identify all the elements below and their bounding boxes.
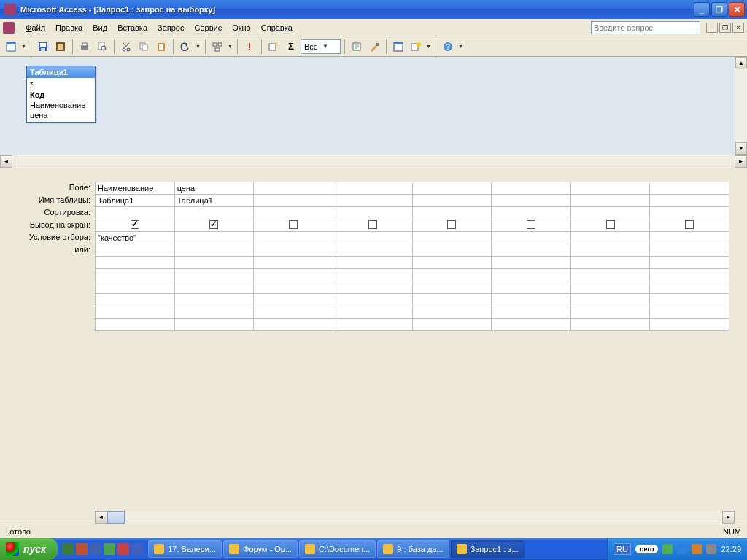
view-dropdown[interactable]: ▼	[20, 44, 27, 49]
grid-cell[interactable]	[254, 207, 333, 219]
undo-button[interactable]	[177, 39, 193, 55]
grid-cell[interactable]	[174, 281, 254, 294]
grid-cell-field[interactable]	[254, 182, 333, 195]
grid-cell-table[interactable]: Таблица1	[174, 195, 254, 207]
ql-icon[interactable]	[131, 543, 143, 555]
menu-file[interactable]: ФФайлайл	[20, 21, 50, 34]
grid-cell[interactable]	[412, 294, 492, 306]
grid-cell[interactable]	[96, 306, 175, 319]
grid-cell-criteria[interactable]	[254, 232, 333, 244]
query-type-button[interactable]	[209, 39, 225, 55]
query-type-dropdown[interactable]: ▼	[227, 44, 233, 49]
grid-cell[interactable]	[650, 306, 729, 319]
grid-cell[interactable]	[570, 281, 650, 294]
save-button[interactable]	[35, 39, 51, 55]
grid-cell[interactable]	[254, 306, 333, 319]
print-preview-button[interactable]	[94, 39, 110, 55]
grid-cell[interactable]	[96, 244, 175, 257]
grid-cell[interactable]	[254, 294, 333, 306]
undo-dropdown[interactable]: ▼	[195, 44, 201, 49]
grid-cell[interactable]	[96, 269, 175, 281]
field-item[interactable]: Наименование	[30, 100, 92, 110]
start-button[interactable]: пуск	[0, 538, 58, 560]
grid-cell[interactable]	[492, 281, 571, 294]
grid-cell[interactable]	[650, 207, 729, 219]
copy-button[interactable]	[136, 39, 152, 55]
scroll-left-icon[interactable]: ◄	[0, 155, 12, 168]
table-field-list[interactable]: * Код Наименование цена	[27, 78, 95, 122]
show-table-button[interactable]: +	[266, 39, 282, 55]
grid-cell-field[interactable]	[570, 182, 650, 195]
grid-cell[interactable]	[650, 257, 729, 269]
grid-cell[interactable]	[650, 269, 729, 281]
minimize-button[interactable]: _	[694, 2, 710, 17]
grid-cell[interactable]	[174, 319, 254, 331]
grid-cell[interactable]	[492, 244, 571, 257]
menu-help[interactable]: Справка	[256, 21, 298, 34]
field-item[interactable]: Код	[30, 90, 92, 100]
grid-cell-show[interactable]	[570, 219, 650, 232]
table-source-box[interactable]: Таблица1 * Код Наименование цена	[26, 66, 96, 122]
grid-cell[interactable]	[650, 244, 729, 257]
grid-cell[interactable]	[333, 319, 412, 331]
tray-icon[interactable]	[692, 544, 702, 554]
grid-cell[interactable]	[492, 269, 571, 281]
maximize-button[interactable]: ❐	[711, 2, 727, 17]
grid-cell[interactable]	[254, 257, 333, 269]
grid-cell[interactable]	[174, 257, 254, 269]
tray-icon[interactable]	[662, 544, 673, 554]
scroll-track[interactable]	[12, 155, 735, 168]
properties-button[interactable]	[349, 39, 365, 55]
scroll-track[interactable]	[735, 69, 747, 142]
diagram-vscroll[interactable]: ▲ ▼	[735, 57, 747, 155]
grid-cell[interactable]	[96, 281, 175, 294]
print-button[interactable]	[77, 39, 93, 55]
tray-icon[interactable]	[677, 544, 687, 554]
grid-cell-criteria[interactable]: "качество"	[96, 232, 175, 244]
grid-cell[interactable]	[333, 306, 412, 319]
menu-insert[interactable]: Вставка	[112, 21, 152, 34]
grid-cell[interactable]	[333, 269, 412, 281]
grid-cell[interactable]	[174, 207, 254, 219]
field-star[interactable]: *	[30, 79, 92, 90]
grid-cell-field[interactable]	[492, 182, 571, 195]
scroll-track[interactable]	[107, 511, 722, 524]
grid-cell-field[interactable]	[650, 182, 729, 195]
totals-button[interactable]: Σ	[283, 39, 299, 55]
ql-icon[interactable]	[62, 543, 74, 555]
table-source-title[interactable]: Таблица1	[27, 66, 95, 78]
menu-tools[interactable]: Сервис	[190, 21, 228, 34]
taskbar-item[interactable]: 17. Валери...	[148, 540, 222, 558]
grid-cell-criteria[interactable]	[412, 232, 492, 244]
grid-cell[interactable]	[333, 281, 412, 294]
grid-cell[interactable]	[333, 207, 412, 219]
help-search-input[interactable]	[591, 21, 700, 34]
field-item[interactable]: цена	[30, 110, 92, 120]
mdi-restore[interactable]: ❐	[719, 23, 731, 33]
clock[interactable]: 22:29	[721, 545, 741, 553]
database-window-button[interactable]	[390, 39, 406, 55]
grid-cell[interactable]	[570, 319, 650, 331]
scroll-up-icon[interactable]: ▲	[735, 57, 747, 69]
view-button[interactable]	[3, 39, 19, 55]
paste-button[interactable]	[153, 39, 169, 55]
grid-cell[interactable]	[492, 207, 571, 219]
grid-cell-field[interactable]: цена	[174, 182, 254, 195]
build-button[interactable]	[366, 39, 382, 55]
grid-cell-field[interactable]	[412, 182, 492, 195]
tray-icon[interactable]	[706, 544, 716, 554]
menu-query[interactable]: Запрос	[152, 21, 189, 34]
grid-cell[interactable]	[254, 269, 333, 281]
grid-cell[interactable]	[412, 319, 492, 331]
grid-cell[interactable]	[333, 257, 412, 269]
mdi-minimize[interactable]: _	[706, 23, 718, 33]
taskbar-item[interactable]: Форум - Op...	[223, 540, 298, 558]
grid-cell[interactable]	[650, 281, 729, 294]
grid-cell[interactable]	[174, 244, 254, 257]
grid-cell[interactable]	[254, 281, 333, 294]
grid-cell-show[interactable]	[254, 219, 333, 232]
grid-cell-table[interactable]	[650, 195, 729, 207]
nero-icon[interactable]: nero	[635, 545, 659, 553]
grid-cell[interactable]	[174, 269, 254, 281]
grid-cell-field[interactable]	[333, 182, 412, 195]
